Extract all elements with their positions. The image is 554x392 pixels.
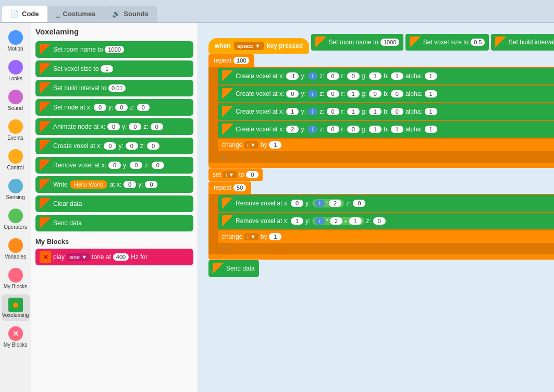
sidebar-item-looks[interactable]: Looks <box>2 57 30 84</box>
repeat-100-body: Create voxel at x: -1 y: i z: 0 r: 0 g: … <box>208 67 554 163</box>
sidebar-item-voxelaming[interactable]: Voxelaming <box>2 295 30 321</box>
hat-block[interactable]: when space ▼ key pressed <box>208 38 309 54</box>
ws-create-voxel-4[interactable]: Create voxel at x: 2 y: i z: 0 r: 0 g: 1… <box>218 121 554 138</box>
ws-change-i-1[interactable]: change i ▼ by 1 <box>218 139 554 151</box>
sidebar-label-events: Events <box>7 135 23 141</box>
sidebar-item-control[interactable]: Control <box>2 146 30 174</box>
looks-circle <box>8 60 23 75</box>
block-icon-9 <box>40 198 51 210</box>
variables-circle <box>8 238 23 253</box>
repeat-100-block: repeat 100 Create voxel at x: -1 y: i z: <box>208 54 554 168</box>
top-tabs: 📄 Code ⎯ Costumes 🔊 Sounds <box>0 0 554 23</box>
arrow-down-1: ↩ <box>218 152 554 162</box>
block-icon-1 <box>40 44 51 55</box>
ws-icon-cv4 <box>222 124 233 135</box>
block-set-node[interactable]: Set node at x: 0 y: 0 z: 0 <box>35 99 193 116</box>
sidebar-label-voxelaming: Voxelaming <box>2 312 29 318</box>
sidebar-label-sound: Sound <box>8 105 23 111</box>
block-set-voxel-size[interactable]: Set voxel size to 1 <box>35 60 193 77</box>
block-remove-voxel[interactable]: Remove voxel at x: 0 y: 0 z: 0 <box>35 157 193 174</box>
palette-section-my-blocks: My Blocks <box>35 238 193 246</box>
ws-change-i-2[interactable]: change i ▼ by 1 <box>218 230 554 243</box>
ws-block-set-i-2[interactable]: set i ▼ to 0 <box>208 168 263 181</box>
ws-icon-1 <box>315 36 327 48</box>
ws-remove-voxel-1[interactable]: Remove voxel at x: 0 y: i * 2 z: 0 <box>218 195 554 212</box>
repeat-100-cap <box>208 163 554 168</box>
sine-dropdown[interactable]: sine ▼ <box>67 253 90 261</box>
sensing-circle <box>8 179 23 193</box>
sidebar-item-operators[interactable]: Operators <box>2 205 30 233</box>
sound-icon: 🔊 <box>112 10 120 18</box>
sidebar-label-sensing: Sensing <box>6 194 24 200</box>
ws-icon-send <box>213 263 224 274</box>
tab-sounds[interactable]: 🔊 Sounds <box>104 6 157 22</box>
block-set-build-interval[interactable]: Set build interval to 0.01 <box>35 80 193 96</box>
repeat-50-header[interactable]: repeat 50 <box>208 181 251 194</box>
var-i-dropdown-2[interactable]: i ▼ <box>223 171 237 178</box>
ws-create-voxel-2[interactable]: Create voxel at x: 0 y: i z: 0 r: 1 g: 0… <box>218 85 554 102</box>
sidebar-label-control: Control <box>7 165 23 170</box>
space-dropdown[interactable]: space ▼ <box>234 42 264 50</box>
sidebar-item-events[interactable]: Events <box>2 116 30 144</box>
ws-icon-3 <box>495 36 507 48</box>
sidebar-label-operators: Operators <box>4 224 27 230</box>
ws-block-room-name[interactable]: Set room name to 1000 <box>311 34 404 51</box>
control-circle <box>8 149 23 164</box>
ws-remove-voxel-2[interactable]: Remove voxel at x: 1 y: i * 2 + 1 z: <box>218 213 554 229</box>
repeat-50-body: Remove voxel at x: 0 y: i * 2 z: 0 <box>208 194 554 254</box>
sidebar-label-looks: Looks <box>8 76 22 81</box>
sidebar-label-my-blocks2: My Blocks <box>4 342 28 348</box>
block-write[interactable]: Write Hello World at x: 0 y: 0 <box>35 176 193 193</box>
main-script-stack: when space ▼ key pressed Set room name t… <box>208 33 554 277</box>
ws-create-voxel-3[interactable]: Create voxel at x: 1 y: i z: 0 r: 1 g: 1… <box>218 103 554 120</box>
block-icon-10 <box>40 217 51 229</box>
operators-circle <box>8 209 23 223</box>
tab-code[interactable]: 📄 Code <box>2 6 47 22</box>
ws-icon-2 <box>410 36 421 48</box>
tab-costumes-label: Costumes <box>63 10 96 18</box>
ws-icon-rv2 <box>222 215 233 227</box>
my-blocks2-circle: ✕ <box>8 326 23 341</box>
block-set-room-name[interactable]: Set room name to 1000 <box>35 41 193 58</box>
sidebar-item-sound[interactable]: Sound <box>2 87 30 114</box>
block-icon-x: ✕ <box>40 251 51 263</box>
repeat-50-block: repeat 50 Remove voxel at x: 0 y: i <box>208 181 554 260</box>
block-clear-data[interactable]: Clear data <box>35 195 193 212</box>
code-icon: 📄 <box>10 10 19 18</box>
block-icon-2 <box>40 63 51 75</box>
sidebar-label-variables: Variables <box>5 254 26 260</box>
block-create-voxel[interactable]: Create voxel at x: 0 y: 0 z: 0 <box>35 138 193 154</box>
ws-icon-rv1 <box>222 198 233 209</box>
my-blocks-circle <box>8 268 23 283</box>
ws-icon-cv3 <box>222 106 233 117</box>
key-pressed-label: key pressed <box>267 42 303 50</box>
block-send-data[interactable]: Send data <box>35 215 193 231</box>
var-i-oval-1: i <box>308 72 317 80</box>
block-icon-5 <box>40 121 51 132</box>
repeat-100-header[interactable]: repeat 100 <box>208 54 254 67</box>
ws-create-voxel-1[interactable]: Create voxel at x: -1 y: i z: 0 r: 0 g: … <box>218 68 554 84</box>
palette-title: Voxelaming <box>35 27 193 36</box>
change-var-i-dropdown-1[interactable]: i ▼ <box>244 141 258 149</box>
change-var-i-dropdown-2[interactable]: i ▼ <box>244 233 258 240</box>
workspace[interactable]: when space ▼ key pressed Set room name t… <box>198 23 554 392</box>
block-animate-node[interactable]: Animate node at x: 0 y: 0 z: 0 <box>35 118 193 135</box>
sidebar-item-sensing[interactable]: Sensing <box>2 176 30 203</box>
ws-block-send-data[interactable]: Send data <box>208 260 259 277</box>
sidebar-item-my-blocks2[interactable]: ✕ My Blocks <box>2 323 30 351</box>
motion-circle <box>8 30 23 45</box>
var-i-oval-2: i <box>308 90 317 97</box>
sidebar-item-variables[interactable]: Variables <box>2 235 30 263</box>
sidebar-item-my-blocks[interactable]: My Blocks <box>2 265 30 292</box>
ws-block-build-interval[interactable]: Set build interval to 0.01 <box>491 34 554 51</box>
expr-i-times-2-plus-1: i * 2 + 1 <box>312 217 364 225</box>
block-play-tone[interactable]: ✕ play sine ▼ tone at 400 Hz for <box>35 249 193 265</box>
when-label: when <box>215 42 231 50</box>
tab-costumes[interactable]: ⎯ Costumes <box>47 6 104 22</box>
var-i-oval-3: i <box>308 108 317 115</box>
arrow-down-2: ↩ <box>218 243 554 254</box>
sidebar-item-motion[interactable]: Motion <box>2 27 30 55</box>
block-icon-8 <box>40 179 51 190</box>
block-palette: Voxelaming Set room name to 1000 Set vox… <box>31 23 198 392</box>
ws-block-voxel-size[interactable]: Set voxel size to 0.5 <box>405 34 489 51</box>
